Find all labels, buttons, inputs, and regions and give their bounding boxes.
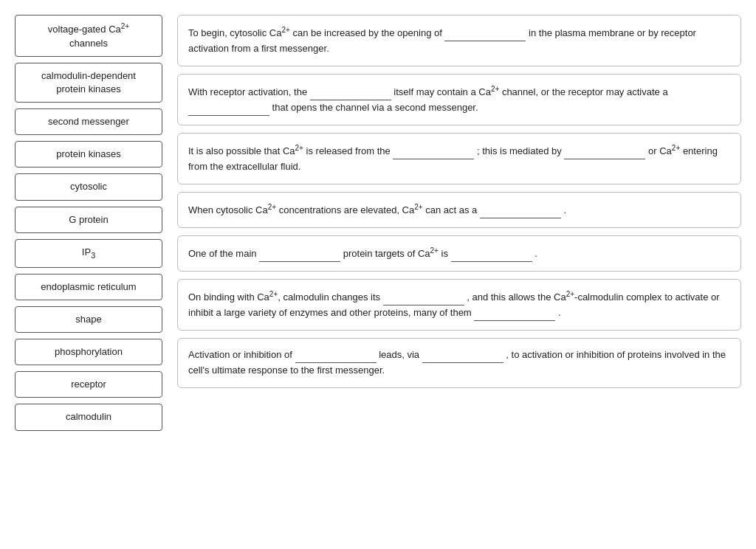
item-7[interactable]: IP3 (15, 239, 162, 268)
item-11[interactable]: receptor (15, 371, 162, 398)
item-4[interactable]: protein kinases (15, 141, 162, 168)
blank[interactable] (188, 104, 269, 116)
blank[interactable] (393, 148, 474, 159)
blank[interactable] (480, 207, 561, 218)
blank[interactable] (295, 351, 377, 363)
blank[interactable] (451, 250, 532, 262)
blank[interactable] (310, 89, 391, 100)
q7: Activation or inhibition of leads, via ,… (177, 338, 741, 388)
main-layout: voltage-gated Ca2+channelscalmodulin-dep… (15, 15, 741, 431)
blank[interactable] (564, 148, 645, 159)
q2: With receptor activation, the itself may… (177, 74, 741, 125)
q5: One of the main protein targets of Ca2+ … (177, 235, 741, 272)
item-3[interactable]: second messenger (15, 108, 162, 135)
q1: To begin, cytosolic Ca2+ can be increase… (177, 15, 741, 66)
item-6[interactable]: G protein (15, 207, 162, 233)
blank[interactable] (259, 250, 340, 262)
blank[interactable] (474, 309, 555, 321)
q6: On binding with Ca2+, calmodulin changes… (177, 279, 741, 331)
item-8[interactable]: endoplasmic reticulum (15, 274, 162, 300)
left-column: voltage-gated Ca2+channelscalmodulin-dep… (15, 15, 162, 431)
item-12[interactable]: calmodulin (15, 404, 162, 430)
blank[interactable] (444, 30, 526, 41)
blank[interactable] (383, 294, 464, 305)
item-2[interactable]: calmodulin-dependentprotein kinases (15, 63, 162, 103)
right-column: To begin, cytosolic Ca2+ can be increase… (177, 15, 741, 388)
item-5[interactable]: cytosolic (15, 173, 162, 200)
q3: It is also possible that Ca2+ is release… (177, 133, 741, 184)
blank[interactable] (422, 351, 504, 363)
item-9[interactable]: shape (15, 306, 162, 333)
item-1[interactable]: voltage-gated Ca2+channels (15, 15, 162, 57)
item-10[interactable]: phosphorylation (15, 339, 162, 365)
q4: When cytosolic Ca2+ concentrations are e… (177, 192, 741, 228)
